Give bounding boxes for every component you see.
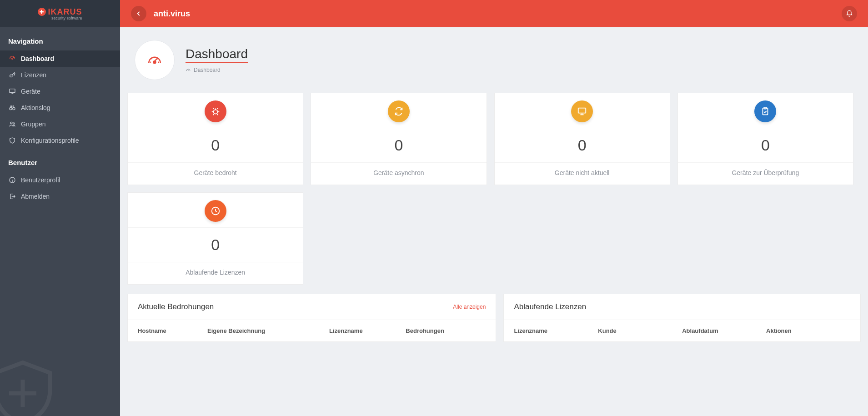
col-customer[interactable]: Kunde bbox=[598, 327, 682, 334]
gauge-icon bbox=[146, 51, 163, 69]
sync-icon bbox=[388, 100, 410, 122]
logout-icon bbox=[8, 193, 16, 200]
tables-row: Aktuelle Bedrohungen Alle anzeigen Hostn… bbox=[120, 285, 868, 342]
svg-rect-9 bbox=[578, 108, 586, 113]
sidebar-item-lizenzen[interactable]: Lizenzen bbox=[0, 67, 120, 83]
show-all-link[interactable]: Alle anzeigen bbox=[453, 304, 486, 310]
licenses-table-header: Lizenzname Kunde Ablaufdatum Aktionen bbox=[504, 320, 860, 341]
users-icon bbox=[8, 120, 16, 128]
svg-point-8 bbox=[213, 110, 217, 114]
sidebar-item-abmelden[interactable]: Abmelden bbox=[0, 188, 120, 205]
stat-card-expiring-licenses[interactable]: 0 Ablaufende Lizenzen bbox=[127, 192, 303, 285]
sidebar-item-label: Lizenzen bbox=[21, 71, 46, 79]
clock-icon bbox=[205, 200, 226, 222]
col-license[interactable]: Lizenzname bbox=[329, 327, 406, 334]
logo-cross-icon bbox=[38, 8, 46, 16]
stat-value: 0 bbox=[311, 128, 486, 163]
stat-value: 0 bbox=[678, 128, 853, 163]
brand-tagline: security software bbox=[48, 16, 82, 20]
sidebar-item-geraete[interactable]: Geräte bbox=[0, 83, 120, 100]
sidebar-item-label: Aktionslog bbox=[21, 104, 50, 111]
sidebar-item-label: Abmelden bbox=[21, 193, 50, 200]
panel-threats: Aktuelle Bedrohungen Alle anzeigen Hostn… bbox=[127, 294, 496, 342]
col-expiry[interactable]: Ablaufdatum bbox=[682, 327, 766, 334]
svg-point-2 bbox=[10, 107, 12, 110]
stat-value: 0 bbox=[495, 128, 670, 163]
sidebar: IKARUS security software Navigation Dash… bbox=[0, 0, 120, 416]
gauge-icon bbox=[186, 67, 191, 73]
svg-point-3 bbox=[13, 107, 15, 110]
stat-card-review[interactable]: 0 Geräte zur Überprüfung bbox=[677, 93, 853, 185]
panel-licenses: Ablaufende Lizenzen Lizenzname Kunde Abl… bbox=[503, 294, 861, 342]
shield-icon bbox=[8, 137, 16, 144]
clipboard-check-icon bbox=[754, 100, 776, 122]
sidebar-item-label: Dashboard bbox=[21, 55, 54, 62]
app-title: anti.virus bbox=[154, 9, 190, 19]
threats-table-header: Hostname Eigene Bezeichnung Lizenzname B… bbox=[128, 320, 496, 341]
col-actions[interactable]: Aktionen bbox=[766, 327, 850, 334]
key-icon bbox=[8, 71, 16, 79]
stat-card-async[interactable]: 0 Geräte asynchron bbox=[311, 93, 487, 185]
topbar: anti.virus bbox=[120, 0, 868, 27]
stat-cards-row: 0 Geräte bedroht 0 Geräte asynchron 0 Ge… bbox=[120, 93, 868, 285]
stat-label: Geräte nicht aktuell bbox=[555, 163, 610, 185]
svg-point-4 bbox=[10, 122, 12, 124]
binoculars-icon bbox=[8, 104, 16, 111]
chevron-left-icon bbox=[135, 10, 142, 17]
brand-name: IKARUS bbox=[48, 7, 82, 17]
svg-point-5 bbox=[13, 123, 15, 124]
gauge-icon bbox=[8, 55, 16, 62]
back-button[interactable] bbox=[131, 6, 146, 21]
sidebar-item-benutzerprofil[interactable]: Benutzerprofil bbox=[0, 172, 120, 188]
main-content: anti.virus Dashboard Dashboard bbox=[120, 0, 868, 416]
bug-icon bbox=[205, 100, 226, 122]
breadcrumb-item[interactable]: Dashboard bbox=[194, 67, 221, 73]
sidebar-item-dashboard[interactable]: Dashboard bbox=[0, 50, 120, 67]
col-license-name[interactable]: Lizenzname bbox=[514, 327, 598, 334]
svg-point-7 bbox=[153, 61, 156, 63]
monitor-icon bbox=[571, 100, 593, 122]
page-header-icon bbox=[135, 40, 175, 80]
sidebar-item-aktionslog[interactable]: Aktionslog bbox=[0, 100, 120, 116]
bell-icon bbox=[846, 10, 853, 17]
nav-section-title: Navigation bbox=[0, 27, 120, 50]
stat-card-outdated[interactable]: 0 Geräte nicht aktuell bbox=[494, 93, 670, 185]
stat-label: Geräte bedroht bbox=[194, 163, 237, 185]
col-hostname[interactable]: Hostname bbox=[138, 327, 207, 334]
breadcrumb: Dashboard bbox=[186, 67, 248, 73]
info-icon bbox=[8, 176, 16, 184]
svg-rect-1 bbox=[10, 89, 15, 93]
stat-label: Geräte asynchron bbox=[373, 163, 424, 185]
sidebar-item-label: Konfigurationsprofile bbox=[21, 137, 79, 144]
brand-logo[interactable]: IKARUS security software bbox=[0, 0, 120, 27]
monitor-icon bbox=[8, 88, 16, 95]
sidebar-item-label: Gruppen bbox=[21, 120, 45, 128]
page-title: Dashboard bbox=[186, 47, 248, 63]
notifications-button[interactable] bbox=[842, 6, 857, 21]
sidebar-item-label: Geräte bbox=[21, 88, 40, 95]
stat-card-threatened[interactable]: 0 Geräte bedroht bbox=[127, 93, 303, 185]
stat-value: 0 bbox=[128, 228, 303, 262]
page-header: Dashboard Dashboard bbox=[120, 27, 868, 93]
sidebar-item-konfig[interactable]: Konfigurationsprofile bbox=[0, 132, 120, 149]
panel-title: Aktuelle Bedrohungen bbox=[138, 302, 214, 311]
col-label[interactable]: Eigene Bezeichnung bbox=[207, 327, 329, 334]
user-section-title: Benutzer bbox=[0, 149, 120, 172]
sidebar-item-gruppen[interactable]: Gruppen bbox=[0, 116, 120, 132]
col-threats[interactable]: Bedrohungen bbox=[406, 327, 486, 334]
stat-label: Ablaufende Lizenzen bbox=[186, 262, 245, 284]
stat-value: 0 bbox=[128, 128, 303, 163]
stat-label: Geräte zur Überprüfung bbox=[732, 163, 799, 185]
panel-title: Ablaufende Lizenzen bbox=[514, 302, 586, 311]
sidebar-item-label: Benutzerprofil bbox=[21, 176, 60, 184]
sidebar-watermark-icon bbox=[0, 352, 64, 416]
